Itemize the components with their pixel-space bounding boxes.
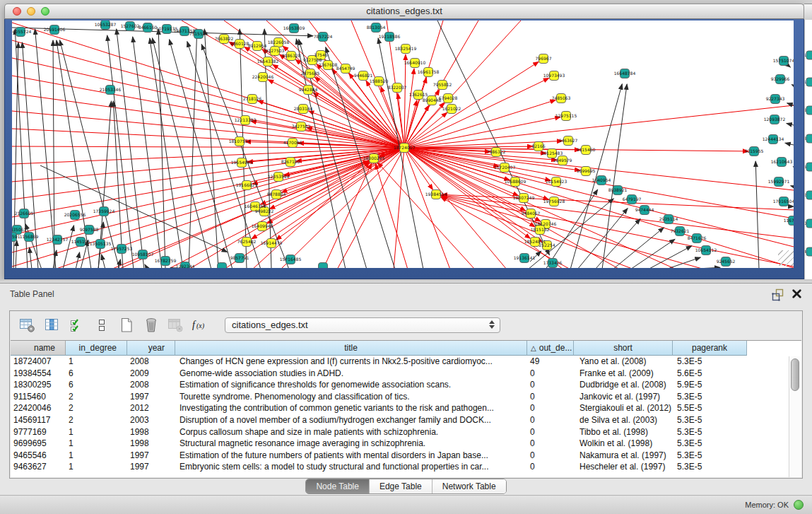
cell-title[interactable]: Corpus callosum shape and size in male p… <box>175 426 527 438</box>
cell-year[interactable]: 1997 <box>127 461 175 473</box>
cell-name[interactable]: 9465546 <box>11 450 66 462</box>
cell-short[interactable]: Hescheler et al. (1997) <box>574 461 673 473</box>
cell-in_degree[interactable]: 1 <box>66 450 127 462</box>
graph-node[interactable] <box>319 263 328 269</box>
cell-short[interactable]: Dudbridge et al. (2008) <box>574 379 673 391</box>
tab-node-table[interactable]: Node Table <box>306 479 370 493</box>
cell-pagerank[interactable]: 5.5E-5 <box>673 402 747 414</box>
cell-name[interactable]: 9699695 <box>11 438 66 450</box>
cell-pagerank[interactable]: 5.3E-5 <box>673 450 747 462</box>
tab-edge-table[interactable]: Edge Table <box>370 479 433 493</box>
table-selector-dropdown[interactable]: citations_edges.txt <box>225 317 500 333</box>
cell-name[interactable]: 19384554 <box>11 368 66 380</box>
cell-in_degree[interactable]: 1 <box>66 356 127 368</box>
table-settings-icon[interactable] <box>17 315 38 336</box>
table-row[interactable]: 977716911998Corpus callosum shape and si… <box>11 426 801 438</box>
cell-pagerank[interactable]: 5.3E-5 <box>673 391 747 403</box>
cell-title[interactable]: Disruption of a novel member of a sodium… <box>175 414 527 426</box>
cell-short[interactable]: de Silva et al. (2003) <box>574 414 673 426</box>
cell-year[interactable]: 1997 <box>127 450 175 462</box>
memory-indicator-icon[interactable] <box>794 500 804 510</box>
cell-short[interactable]: Jankovic et al. (1997) <box>574 391 673 403</box>
cell-in_degree[interactable]: 6 <box>66 368 127 380</box>
select-columns-icon[interactable] <box>42 315 63 336</box>
cell-in_degree[interactable]: 1 <box>66 426 127 438</box>
column-header-title[interactable]: title <box>175 341 527 356</box>
cell-year[interactable]: 2003 <box>127 414 175 426</box>
table-row[interactable]: 946362711997Embryonic stem cells: a mode… <box>11 461 801 473</box>
cell-out_degree[interactable]: 0 <box>527 450 574 462</box>
cell-out_degree[interactable]: 0 <box>527 379 574 391</box>
cell-out_degree[interactable]: 0 <box>527 426 574 438</box>
tab-network-table[interactable]: Network Table <box>433 479 506 493</box>
cell-pagerank[interactable]: 5.3E-5 <box>673 438 747 450</box>
table-row[interactable]: 946554611997Estimation of the future num… <box>11 450 801 462</box>
cell-year[interactable]: 1998 <box>127 426 175 438</box>
table-row[interactable]: 1456911722003Disruption of a novel membe… <box>11 414 801 426</box>
cell-pagerank[interactable]: 5.3E-5 <box>673 426 747 438</box>
column-header-pagerank[interactable]: pagerank <box>673 341 747 356</box>
table-row[interactable]: 1872400712008Changes of HCN gene express… <box>11 356 801 368</box>
cell-pagerank[interactable]: 5.9E-5 <box>673 379 747 391</box>
column-header-name[interactable]: name <box>11 341 66 356</box>
cell-title[interactable]: Changes of HCN gene expression and I(f) … <box>175 356 527 368</box>
table-row[interactable]: 969969511998Structural magnetic resonanc… <box>11 438 801 450</box>
cell-short[interactable]: Stergiakouli et al. (2012) <box>574 402 673 414</box>
delete-column-icon[interactable] <box>141 315 162 336</box>
cell-year[interactable]: 2009 <box>127 368 175 380</box>
zoom-button[interactable] <box>41 7 49 16</box>
float-window-icon[interactable] <box>771 288 785 301</box>
cell-out_degree[interactable]: 0 <box>527 461 574 473</box>
cell-year[interactable]: 1998 <box>127 438 175 450</box>
close-button[interactable] <box>13 7 21 16</box>
selection-checklist-icon[interactable] <box>66 315 88 336</box>
cell-year[interactable]: 2012 <box>127 402 175 414</box>
cell-year[interactable]: 2008 <box>127 356 175 368</box>
cell-out_degree[interactable]: 0 <box>527 368 574 380</box>
table-row[interactable]: 1830029562008Estimation of significance … <box>11 379 801 391</box>
close-panel-icon[interactable] <box>789 288 804 301</box>
cell-short[interactable]: Tibbo et al. (1998) <box>574 426 673 438</box>
resize-grip-icon[interactable] <box>778 250 794 266</box>
cell-name[interactable]: 9463627 <box>11 461 66 473</box>
column-header-year[interactable]: year <box>127 341 175 356</box>
cell-year[interactable]: 2008 <box>127 379 175 391</box>
cell-in_degree[interactable]: 1 <box>66 438 127 450</box>
cell-out_degree[interactable]: 0 <box>527 391 574 403</box>
network-canvas[interactable]: 2405572420691406106532871527602846616010… <box>12 21 794 268</box>
column-header-out_degree[interactable]: △out_de... <box>527 341 574 356</box>
cell-in_degree[interactable]: 2 <box>66 402 127 414</box>
graph-node[interactable] <box>218 263 227 269</box>
network-window-titlebar[interactable]: citations_edges.txt <box>4 4 804 19</box>
table-row[interactable]: 1938455462009Genome-wide association stu… <box>11 368 801 380</box>
cell-pagerank[interactable]: 5.3E-5 <box>673 414 747 426</box>
minimize-button[interactable] <box>27 7 35 16</box>
create-column-icon[interactable] <box>116 315 137 336</box>
cell-pagerank[interactable]: 5.3E-5 <box>673 461 747 473</box>
function-builder-icon[interactable]: f (x) <box>190 315 211 336</box>
column-header-in_degree[interactable]: in_degree <box>66 341 127 356</box>
cell-title[interactable]: Tourette syndrome. Phenomenology and cla… <box>175 391 527 403</box>
cell-title[interactable]: Investigating the contribution of common… <box>175 402 527 414</box>
cell-short[interactable]: Franke et al. (2009) <box>574 368 673 380</box>
cell-out_degree[interactable]: 0 <box>527 438 574 450</box>
cell-pagerank[interactable]: 5.3E-5 <box>673 356 747 368</box>
cell-name[interactable]: 14569117 <box>11 414 66 426</box>
table-row[interactable]: 911546021997Tourette syndrome. Phenomeno… <box>11 391 801 403</box>
cell-in_degree[interactable]: 2 <box>66 414 127 426</box>
toggle-rows-icon[interactable] <box>91 315 112 336</box>
cell-title[interactable]: Estimation of the future numbers of pati… <box>175 450 527 462</box>
cell-title[interactable]: Embryonic stem cells: a model to study s… <box>175 461 527 473</box>
cell-year[interactable]: 1997 <box>127 391 175 403</box>
cell-name[interactable]: 9777169 <box>11 426 66 438</box>
scrollbar-thumb[interactable] <box>791 358 799 391</box>
cell-name[interactable]: 18300295 <box>11 379 66 391</box>
vertical-scrollbar[interactable] <box>789 356 801 477</box>
cell-short[interactable]: Yano et al. (2008) <box>574 356 673 368</box>
cell-out_degree[interactable]: 0 <box>527 414 574 426</box>
cell-out_degree[interactable]: 0 <box>527 402 574 414</box>
table-row[interactable]: 2242004622012Investigating the contribut… <box>11 402 801 414</box>
cell-in_degree[interactable]: 6 <box>66 379 127 391</box>
cell-short[interactable]: Nakamura et al. (1997) <box>574 450 673 462</box>
cell-title[interactable]: Structural magnetic resonance image aver… <box>175 438 527 450</box>
